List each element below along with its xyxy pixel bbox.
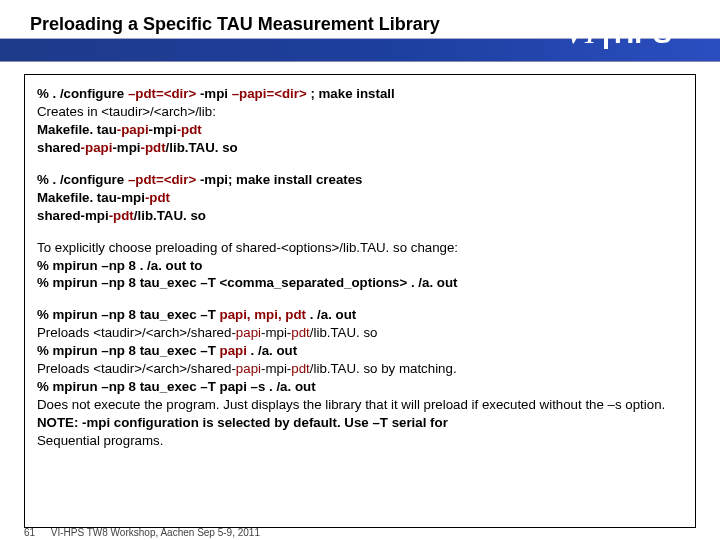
line-6: Makefile. tau-mpi-pdt — [37, 189, 683, 207]
line-4: shared-papi-mpi-pdt/lib.TAU. so — [37, 139, 683, 157]
line-7: shared-mpi-pdt/lib.TAU. so — [37, 207, 683, 225]
page-number: 61 — [24, 527, 48, 538]
line-17: NOTE: -mpi configuration is selected by … — [37, 414, 683, 432]
line-5: % . /configure –pdt=<dir> -mpi; make ins… — [37, 171, 683, 189]
line-8: To explicitly choose preloading of share… — [37, 239, 683, 257]
line-12: Preloads <taudir>/<arch>/shared-papi-mpi… — [37, 324, 683, 342]
line-14: Preloads <taudir>/<arch>/shared-papi-mpi… — [37, 360, 683, 378]
line-11: % mpirun –np 8 tau_exec –T papi, mpi, pd… — [37, 306, 683, 324]
logo-prefix: VI — [564, 13, 598, 50]
line-1: % . /configure –pdt=<dir> -mpi –papi=<di… — [37, 85, 683, 103]
line-3: Makefile. tau-papi-mpi-pdt — [37, 121, 683, 139]
line-2: Creates in <taudir>/<arch>/lib: — [37, 103, 683, 121]
line-15: % mpirun –np 8 tau_exec –T papi –s . /a.… — [37, 378, 683, 396]
vi-hps-logo: VI HPS — [564, 6, 704, 56]
content-box: % . /configure –pdt=<dir> -mpi –papi=<di… — [24, 74, 696, 528]
line-9: % mpirun –np 8 . /a. out to — [37, 257, 683, 275]
logo-suffix: HPS — [614, 18, 672, 49]
footer: 61 VI-HPS TW8 Workshop, Aachen Sep 5-9, … — [24, 527, 260, 538]
line-10: % mpirun –np 8 tau_exec –T <comma_separa… — [37, 274, 683, 292]
line-13: % mpirun –np 8 tau_exec –T papi . /a. ou… — [37, 342, 683, 360]
line-18: Sequential programs. — [37, 432, 683, 450]
line-16: Does not execute the program. Just displ… — [37, 396, 683, 414]
footer-text: VI-HPS TW8 Workshop, Aachen Sep 5-9, 201… — [51, 527, 260, 538]
slide-header: Preloading a Specific TAU Measurement Li… — [0, 0, 720, 62]
slide-title: Preloading a Specific TAU Measurement Li… — [30, 14, 440, 35]
logo-divider — [604, 13, 608, 49]
